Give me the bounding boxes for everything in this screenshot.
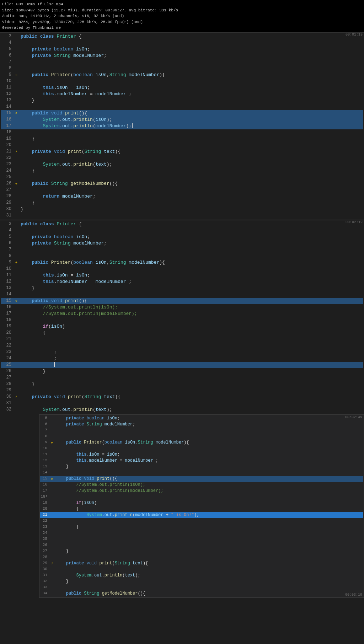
n-line-6: 6 private String modelNumber; xyxy=(40,422,363,428)
line-7: 7 xyxy=(1,59,363,65)
file-info-line3: Audio: aac, 44100 Hz, 2 channels, s16, 9… xyxy=(2,13,362,19)
n-line-8: 8 xyxy=(40,434,363,440)
s2-line-17: 17 //System.out.println(modelNumber); xyxy=(1,311,363,317)
line-21: 21 ⚡ private void print(String text){ xyxy=(1,149,363,155)
file-info-line2: Size: 16007407 bytes (15.27 MiB), durati… xyxy=(2,7,362,14)
s2-line-28: 28 } xyxy=(1,381,363,387)
n-line-34: 34 public String getModelNumber(){ xyxy=(40,591,363,597)
n-line-25: 25 xyxy=(40,536,363,542)
n-line-29: 29 ⚡ private void print(String text){ xyxy=(40,560,363,567)
s2-line-18: 18 xyxy=(1,317,363,323)
line-18: 18 xyxy=(1,129,363,136)
s2-line-21: 21 xyxy=(1,336,363,343)
file-info-line5: Generated by Thumbnail me xyxy=(2,25,362,31)
n-line-13: 13 } xyxy=(40,464,363,470)
file-info-line4: Video: h264, yuv420p, 1280x720, 225 kb/s… xyxy=(2,19,362,25)
line-23: 23 System.out.println(text); xyxy=(1,161,363,168)
s2-line-23: 23 ; xyxy=(1,349,363,355)
s2-line-8: 8 xyxy=(1,253,363,259)
line-14: 14 xyxy=(1,104,363,110)
n-line-23: 23 } xyxy=(40,524,363,530)
n-line-16: 16 //System.out.println(isOn); xyxy=(40,482,363,488)
line-20: 20 xyxy=(1,142,363,149)
line-3: 3 public class Printer { xyxy=(1,33,363,40)
s2-line-29: 29 xyxy=(1,387,363,394)
line-13: 13 } xyxy=(1,97,363,104)
s2-line-30: 30 ⚡ private void print(String text){ xyxy=(1,394,363,400)
n-line-10: 10 xyxy=(40,446,363,452)
s2-line-12: 12 this.modelNumber = modelNumber ; xyxy=(1,279,363,285)
s2-line-31: 31 xyxy=(1,400,363,407)
line-9: 9 ⇒ public Printer(boolean isOn,String m… xyxy=(1,72,363,78)
s2-line-22: 22 xyxy=(1,343,363,349)
line-28: 28 return modelNumber; xyxy=(1,193,363,200)
s2-line-16: 16 //System.out.println(isOn); xyxy=(1,304,363,311)
line-15-h: 15 ⊕ public void print(){ xyxy=(1,110,363,117)
n-line-19: 19 if(isOn) xyxy=(40,500,363,506)
line-12: 12 this.modelNumber = modelNumber ; xyxy=(1,91,363,97)
s2-line-15: 15 ⊕ public void print(){ xyxy=(1,298,363,304)
n-line-20: 20 { xyxy=(40,506,363,512)
n-line-15: 15 ⊕ public void print(){ xyxy=(40,476,363,482)
n-line-12: 12 this.modelNumber = modelNumber ; xyxy=(40,458,363,464)
n-line-28: 28 xyxy=(40,554,363,560)
n-line-33: 33 xyxy=(40,585,363,591)
s2-line-19: 19 if(isOn) xyxy=(1,323,363,330)
s2-line-10: 10 xyxy=(1,266,363,272)
line-16-h: 16 System.out.println(isOn); xyxy=(1,117,363,123)
s2-line-9: 9 ⊕ public Printer(boolean isOn,String m… xyxy=(1,259,363,266)
line-26: 26 ⊕ public String getModelNumber(){ xyxy=(1,181,363,187)
n-line-24: 24 xyxy=(40,530,363,536)
line-22: 22 xyxy=(1,155,363,161)
line-31: 31 xyxy=(1,213,363,219)
file-info-header: File: 003 Demo If Else.mp4 Size: 1600740… xyxy=(0,0,364,33)
s2-line-26: 26 } xyxy=(1,368,363,375)
n-line-22: 22 xyxy=(40,518,363,524)
n-line-30: 30 xyxy=(40,567,363,573)
n-line-7: 7 xyxy=(40,428,363,434)
s2-line-24: 24 ; xyxy=(1,355,363,362)
line-5: 5 private boolean isOn; xyxy=(1,46,363,53)
line-25: 25 xyxy=(1,174,363,181)
n-line-31: 31 System.out.println(text); xyxy=(40,573,363,579)
line-4: 4 xyxy=(1,40,363,46)
n-line-11: 11 this.isOn = isOn; xyxy=(40,452,363,458)
code-block-1: 3 public class Printer { 4 5 private boo… xyxy=(0,33,364,220)
s2-line-6: 6 private String modelNumber; xyxy=(1,240,363,247)
n-line-32: 32 } xyxy=(40,579,363,585)
n-line-9: 9 ⊕ public Printer(boolean isOn,String m… xyxy=(40,440,363,446)
n-line-26: 26 xyxy=(40,542,363,548)
line-19: 19 } xyxy=(1,136,363,142)
line-6: 6 private String modelNumber; xyxy=(1,53,363,59)
line-10: 10 xyxy=(1,78,363,85)
s2-line-13: 13 } xyxy=(1,285,363,291)
s2-line-7: 7 xyxy=(1,247,363,253)
code-block-2: 3 public class Printer { 4 5 private boo… xyxy=(0,220,364,414)
s2-line-4: 4 xyxy=(1,227,363,234)
nested-panel: 00:02:49 5 private boolean isOn; 6 priva… xyxy=(39,414,364,598)
line-11: 11 this.isOn = isOn; xyxy=(1,85,363,91)
nested-code-block: 5 private boolean isOn; 6 private String… xyxy=(39,415,364,597)
line-8: 8 xyxy=(1,65,363,72)
n-line-27: 27 } xyxy=(40,548,363,554)
code-section-1: 00:01:19 3 public class Printer { 4 5 pr… xyxy=(0,33,364,220)
code-section-2: 00:02:19 3 public class Printer { 4 5 pr… xyxy=(0,220,364,598)
line-30: 30 } xyxy=(1,206,363,213)
n-line-18: 18ᶦ xyxy=(40,494,363,500)
line-17-h: 17 System.out.println(modelNumber); xyxy=(1,123,363,129)
file-info-line1: File: 003 Demo If Else.mp4 xyxy=(2,1,362,7)
line-29: 29 } xyxy=(1,200,363,206)
n-line-21: 21 System.out.println(modelNumber + " is… xyxy=(40,512,363,518)
line-27: 27 xyxy=(1,187,363,193)
n-line-14: 14 xyxy=(40,470,363,476)
s2-line-5: 5 private boolean isOn; xyxy=(1,234,363,240)
n-line-5: 5 private boolean isOn; xyxy=(40,415,363,422)
line-24: 24 } xyxy=(1,168,363,174)
s2-line-32: 32 System.out.println(text); xyxy=(1,407,363,413)
s2-line-25: 25 xyxy=(1,362,363,368)
s2-line-27: 27 xyxy=(1,375,363,381)
s2-line-3: 3 public class Printer { xyxy=(1,221,363,227)
s2-line-20: 20 { xyxy=(1,330,363,336)
n-line-17: 17 //System.out.println(modelNumber); xyxy=(40,488,363,494)
timestamp-4: 00:03:19 xyxy=(345,593,362,597)
